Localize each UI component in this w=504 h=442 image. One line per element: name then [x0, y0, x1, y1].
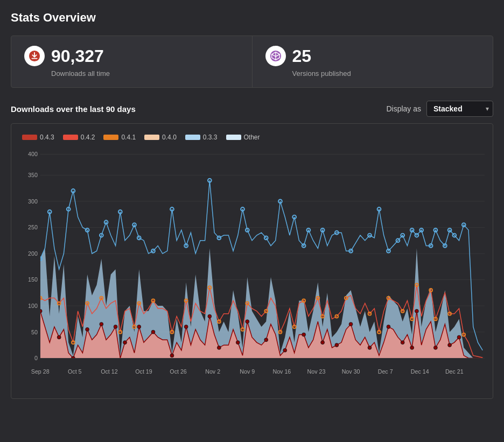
legend-color-040	[144, 135, 159, 140]
y-label-0: 0	[34, 355, 38, 361]
y-label-50: 50	[31, 329, 38, 335]
download-icon	[24, 46, 45, 66]
svg-point-36	[410, 346, 414, 349]
y-label-200: 200	[28, 250, 38, 257]
x-label-nov16: Nov 16	[272, 368, 291, 375]
svg-point-38	[433, 346, 437, 349]
y-label-300: 300	[28, 198, 38, 205]
svg-point-27	[264, 338, 268, 342]
x-label-dec7: Dec 7	[378, 368, 393, 375]
legend-item-040: 0.4.0	[144, 134, 177, 141]
x-label-nov2: Nov 2	[205, 368, 220, 375]
display-as-wrapper[interactable]: Stacked Overlapping Individual	[426, 101, 493, 117]
svg-point-40	[457, 335, 461, 339]
x-label-oct19: Oct 19	[135, 368, 152, 375]
y-label-250: 250	[28, 224, 38, 230]
svg-point-31	[335, 343, 339, 347]
svg-point-19	[137, 325, 141, 329]
legend-label-042: 0.4.2	[81, 134, 95, 141]
svg-point-22	[184, 325, 188, 329]
x-label-nov9: Nov 9	[240, 368, 255, 375]
svg-point-20	[151, 330, 155, 334]
svg-point-16	[100, 322, 103, 326]
svg-point-26	[246, 320, 249, 324]
stat-downloads-main: 90,327	[24, 46, 239, 66]
x-label-oct5: Oct 5	[68, 368, 82, 375]
x-label-oct12: Oct 12	[101, 368, 118, 375]
legend-label-043: 0.4.3	[40, 134, 54, 141]
y-label-100: 100	[28, 303, 38, 309]
stat-versions: 25 Versions published	[252, 36, 493, 87]
legend-item-041: 0.4.1	[103, 134, 136, 141]
legend-color-041	[103, 135, 118, 140]
x-label-nov30: Nov 30	[342, 368, 360, 375]
x-label-oct26: Oct 26	[170, 368, 187, 375]
legend-color-033	[185, 135, 200, 140]
legend-label-040: 0.4.0	[162, 134, 177, 141]
svg-point-80	[39, 297, 42, 300]
display-as-label: Display as	[386, 104, 421, 113]
legend-item-043: 0.4.3	[22, 134, 54, 141]
chart-area: 0.4.3 0.4.2 0.4.1 0.4.0 0.3.3 Other	[11, 123, 493, 399]
svg-point-37	[415, 309, 419, 313]
x-label-nov23: Nov 23	[307, 368, 326, 375]
legend-label-other: Other	[244, 134, 260, 141]
chart-header: Downloads over the last 90 days Display …	[11, 101, 493, 117]
y-label-150: 150	[28, 276, 38, 283]
stat-downloads: 90,327 Downloads all time	[11, 36, 252, 87]
stats-row: 90,327 Downloads all time 25 Versions pu…	[11, 36, 493, 88]
stat-versions-main: 25	[265, 46, 480, 66]
svg-point-17	[114, 325, 117, 329]
display-as-group: Display as Stacked Overlapping Individua…	[386, 101, 493, 117]
chart-legend: 0.4.3 0.4.2 0.4.1 0.4.0 0.3.3 Other	[17, 129, 487, 145]
legend-color-042	[63, 135, 78, 140]
x-label-dec21: Dec 21	[445, 368, 464, 375]
display-as-select[interactable]: Stacked Overlapping Individual	[426, 101, 493, 117]
svg-point-35	[401, 341, 404, 345]
svg-point-21	[170, 354, 174, 357]
svg-point-12	[38, 309, 42, 313]
legend-item-042: 0.4.2	[63, 134, 95, 141]
svg-point-13	[57, 335, 61, 339]
svg-point-24	[217, 346, 221, 349]
versions-value: 25	[292, 46, 312, 66]
x-label-sep28: Sep 28	[31, 368, 50, 375]
svg-point-34	[387, 325, 390, 329]
page-title: Stats Overview	[11, 11, 493, 25]
legend-color-other	[226, 135, 241, 140]
svg-point-29	[302, 333, 306, 336]
svg-point-32	[349, 322, 353, 326]
versions-label: Versions published	[265, 69, 480, 78]
main-container: Stats Overview 90,327 Downloads all time	[0, 0, 504, 404]
x-label-dec14: Dec 14	[411, 368, 429, 375]
downloads-value: 90,327	[51, 46, 104, 66]
svg-point-15	[86, 327, 89, 331]
y-label-400: 400	[28, 151, 38, 157]
svg-point-30	[321, 341, 325, 345]
svg-point-33	[368, 346, 372, 349]
svg-point-39	[448, 343, 452, 347]
legend-color-043	[22, 135, 37, 140]
chart-svg: 0 50 100 150 200 250 300 350 400 Sep 28 …	[17, 145, 487, 398]
legend-label-041: 0.4.1	[121, 134, 136, 141]
svg-point-28	[283, 348, 287, 352]
svg-point-23	[208, 314, 212, 318]
dots-light-blue	[38, 179, 465, 261]
svg-point-18	[123, 341, 127, 345]
package-icon	[265, 46, 286, 66]
y-label-350: 350	[28, 172, 38, 178]
svg-point-14	[71, 356, 75, 360]
svg-point-25	[236, 341, 240, 345]
legend-item-033: 0.3.3	[185, 134, 218, 141]
chart-title: Downloads over the last 90 days	[11, 104, 136, 114]
chart-svg-container: 0 50 100 150 200 250 300 350 400 Sep 28 …	[17, 145, 487, 398]
legend-label-033: 0.3.3	[203, 134, 218, 141]
legend-item-other: Other	[226, 134, 260, 141]
downloads-label: Downloads all time	[24, 69, 239, 78]
